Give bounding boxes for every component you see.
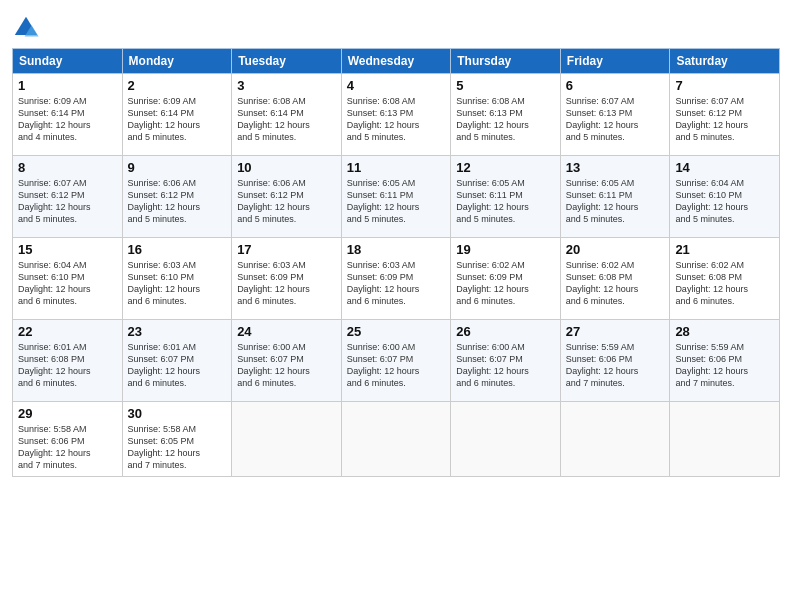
weekday-header-thursday: Thursday	[451, 49, 561, 74]
cell-info: Sunrise: 6:05 AM Sunset: 6:11 PM Dayligh…	[347, 177, 446, 226]
cell-info: Sunrise: 5:58 AM Sunset: 6:06 PM Dayligh…	[18, 423, 117, 472]
calendar-cell	[451, 402, 561, 477]
calendar-header-row: SundayMondayTuesdayWednesdayThursdayFrid…	[13, 49, 780, 74]
cell-info: Sunrise: 6:07 AM Sunset: 6:12 PM Dayligh…	[675, 95, 774, 144]
calendar-cell	[560, 402, 670, 477]
calendar-cell	[232, 402, 342, 477]
calendar-cell	[670, 402, 780, 477]
day-number: 14	[675, 160, 774, 175]
day-number: 28	[675, 324, 774, 339]
calendar-cell: 30Sunrise: 5:58 AM Sunset: 6:05 PM Dayli…	[122, 402, 232, 477]
calendar-week-5: 29Sunrise: 5:58 AM Sunset: 6:06 PM Dayli…	[13, 402, 780, 477]
cell-info: Sunrise: 6:05 AM Sunset: 6:11 PM Dayligh…	[566, 177, 665, 226]
calendar-cell: 15Sunrise: 6:04 AM Sunset: 6:10 PM Dayli…	[13, 238, 123, 320]
day-number: 8	[18, 160, 117, 175]
calendar-cell: 5Sunrise: 6:08 AM Sunset: 6:13 PM Daylig…	[451, 74, 561, 156]
day-number: 13	[566, 160, 665, 175]
logo-icon	[12, 14, 40, 42]
day-number: 30	[128, 406, 227, 421]
weekday-header-wednesday: Wednesday	[341, 49, 451, 74]
calendar-cell: 8Sunrise: 6:07 AM Sunset: 6:12 PM Daylig…	[13, 156, 123, 238]
calendar-cell: 17Sunrise: 6:03 AM Sunset: 6:09 PM Dayli…	[232, 238, 342, 320]
day-number: 1	[18, 78, 117, 93]
calendar-cell: 19Sunrise: 6:02 AM Sunset: 6:09 PM Dayli…	[451, 238, 561, 320]
day-number: 21	[675, 242, 774, 257]
calendar-cell: 26Sunrise: 6:00 AM Sunset: 6:07 PM Dayli…	[451, 320, 561, 402]
cell-info: Sunrise: 6:03 AM Sunset: 6:09 PM Dayligh…	[347, 259, 446, 308]
cell-info: Sunrise: 5:59 AM Sunset: 6:06 PM Dayligh…	[675, 341, 774, 390]
day-number: 18	[347, 242, 446, 257]
day-number: 15	[18, 242, 117, 257]
calendar-week-3: 15Sunrise: 6:04 AM Sunset: 6:10 PM Dayli…	[13, 238, 780, 320]
calendar-cell: 16Sunrise: 6:03 AM Sunset: 6:10 PM Dayli…	[122, 238, 232, 320]
day-number: 25	[347, 324, 446, 339]
day-number: 17	[237, 242, 336, 257]
calendar-cell	[341, 402, 451, 477]
logo	[12, 14, 42, 42]
calendar-week-4: 22Sunrise: 6:01 AM Sunset: 6:08 PM Dayli…	[13, 320, 780, 402]
cell-info: Sunrise: 6:09 AM Sunset: 6:14 PM Dayligh…	[128, 95, 227, 144]
day-number: 9	[128, 160, 227, 175]
day-number: 2	[128, 78, 227, 93]
calendar-cell: 29Sunrise: 5:58 AM Sunset: 6:06 PM Dayli…	[13, 402, 123, 477]
calendar-cell: 28Sunrise: 5:59 AM Sunset: 6:06 PM Dayli…	[670, 320, 780, 402]
cell-info: Sunrise: 6:01 AM Sunset: 6:08 PM Dayligh…	[18, 341, 117, 390]
page-container: SundayMondayTuesdayWednesdayThursdayFrid…	[0, 0, 792, 487]
day-number: 4	[347, 78, 446, 93]
calendar-week-2: 8Sunrise: 6:07 AM Sunset: 6:12 PM Daylig…	[13, 156, 780, 238]
calendar-cell: 3Sunrise: 6:08 AM Sunset: 6:14 PM Daylig…	[232, 74, 342, 156]
cell-info: Sunrise: 6:08 AM Sunset: 6:14 PM Dayligh…	[237, 95, 336, 144]
day-number: 10	[237, 160, 336, 175]
calendar-cell: 20Sunrise: 6:02 AM Sunset: 6:08 PM Dayli…	[560, 238, 670, 320]
cell-info: Sunrise: 6:05 AM Sunset: 6:11 PM Dayligh…	[456, 177, 555, 226]
cell-info: Sunrise: 5:58 AM Sunset: 6:05 PM Dayligh…	[128, 423, 227, 472]
day-number: 26	[456, 324, 555, 339]
day-number: 23	[128, 324, 227, 339]
weekday-header-sunday: Sunday	[13, 49, 123, 74]
cell-info: Sunrise: 6:03 AM Sunset: 6:10 PM Dayligh…	[128, 259, 227, 308]
cell-info: Sunrise: 6:00 AM Sunset: 6:07 PM Dayligh…	[347, 341, 446, 390]
cell-info: Sunrise: 6:02 AM Sunset: 6:08 PM Dayligh…	[675, 259, 774, 308]
cell-info: Sunrise: 6:01 AM Sunset: 6:07 PM Dayligh…	[128, 341, 227, 390]
calendar-week-1: 1Sunrise: 6:09 AM Sunset: 6:14 PM Daylig…	[13, 74, 780, 156]
calendar-cell: 11Sunrise: 6:05 AM Sunset: 6:11 PM Dayli…	[341, 156, 451, 238]
day-number: 19	[456, 242, 555, 257]
calendar-cell: 2Sunrise: 6:09 AM Sunset: 6:14 PM Daylig…	[122, 74, 232, 156]
header	[12, 10, 780, 42]
cell-info: Sunrise: 6:07 AM Sunset: 6:12 PM Dayligh…	[18, 177, 117, 226]
day-number: 6	[566, 78, 665, 93]
cell-info: Sunrise: 6:02 AM Sunset: 6:09 PM Dayligh…	[456, 259, 555, 308]
cell-info: Sunrise: 6:08 AM Sunset: 6:13 PM Dayligh…	[347, 95, 446, 144]
day-number: 3	[237, 78, 336, 93]
cell-info: Sunrise: 6:06 AM Sunset: 6:12 PM Dayligh…	[237, 177, 336, 226]
calendar-cell: 6Sunrise: 6:07 AM Sunset: 6:13 PM Daylig…	[560, 74, 670, 156]
day-number: 11	[347, 160, 446, 175]
weekday-header-saturday: Saturday	[670, 49, 780, 74]
cell-info: Sunrise: 6:04 AM Sunset: 6:10 PM Dayligh…	[18, 259, 117, 308]
cell-info: Sunrise: 6:06 AM Sunset: 6:12 PM Dayligh…	[128, 177, 227, 226]
day-number: 20	[566, 242, 665, 257]
calendar-cell: 25Sunrise: 6:00 AM Sunset: 6:07 PM Dayli…	[341, 320, 451, 402]
day-number: 24	[237, 324, 336, 339]
cell-info: Sunrise: 6:07 AM Sunset: 6:13 PM Dayligh…	[566, 95, 665, 144]
calendar-cell: 22Sunrise: 6:01 AM Sunset: 6:08 PM Dayli…	[13, 320, 123, 402]
cell-info: Sunrise: 6:08 AM Sunset: 6:13 PM Dayligh…	[456, 95, 555, 144]
calendar-cell: 18Sunrise: 6:03 AM Sunset: 6:09 PM Dayli…	[341, 238, 451, 320]
calendar-cell: 12Sunrise: 6:05 AM Sunset: 6:11 PM Dayli…	[451, 156, 561, 238]
cell-info: Sunrise: 6:09 AM Sunset: 6:14 PM Dayligh…	[18, 95, 117, 144]
day-number: 22	[18, 324, 117, 339]
weekday-header-monday: Monday	[122, 49, 232, 74]
calendar-cell: 21Sunrise: 6:02 AM Sunset: 6:08 PM Dayli…	[670, 238, 780, 320]
day-number: 29	[18, 406, 117, 421]
cell-info: Sunrise: 6:03 AM Sunset: 6:09 PM Dayligh…	[237, 259, 336, 308]
calendar-cell: 4Sunrise: 6:08 AM Sunset: 6:13 PM Daylig…	[341, 74, 451, 156]
day-number: 16	[128, 242, 227, 257]
cell-info: Sunrise: 6:04 AM Sunset: 6:10 PM Dayligh…	[675, 177, 774, 226]
calendar-table: SundayMondayTuesdayWednesdayThursdayFrid…	[12, 48, 780, 477]
weekday-header-friday: Friday	[560, 49, 670, 74]
cell-info: Sunrise: 5:59 AM Sunset: 6:06 PM Dayligh…	[566, 341, 665, 390]
cell-info: Sunrise: 6:00 AM Sunset: 6:07 PM Dayligh…	[237, 341, 336, 390]
day-number: 12	[456, 160, 555, 175]
calendar-cell: 14Sunrise: 6:04 AM Sunset: 6:10 PM Dayli…	[670, 156, 780, 238]
cell-info: Sunrise: 6:00 AM Sunset: 6:07 PM Dayligh…	[456, 341, 555, 390]
